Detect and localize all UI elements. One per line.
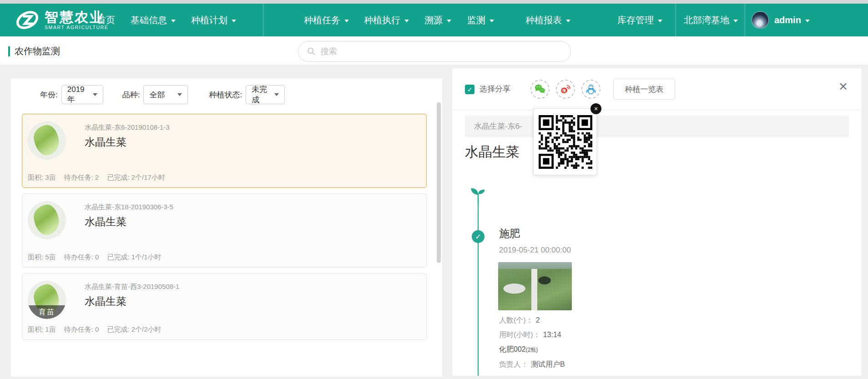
detail-title: 水晶生菜 (465, 143, 520, 162)
qr-close-button[interactable]: ✕ (590, 103, 601, 114)
search-input[interactable] (321, 47, 562, 56)
sprout-icon (469, 186, 488, 206)
qq-icon (585, 83, 597, 96)
subheader: 农作物监测 (0, 36, 868, 65)
nav-item-planting-execute[interactable]: 种植执行 (364, 4, 409, 36)
event-duration: 用时(小时)：13:14 (499, 328, 565, 342)
brand-logo-icon (15, 8, 39, 32)
share-wechat-button[interactable] (530, 80, 550, 99)
status-label: 种植状态: (209, 90, 242, 100)
chevron-down-icon (171, 20, 176, 22)
nav-divider (676, 4, 676, 36)
nav-item-monitoring[interactable]: 监测 (467, 4, 494, 36)
crop-code: 水晶生菜-育苗-西3-20190508-1 (85, 283, 179, 291)
share-checkbox[interactable]: ✓ (465, 85, 474, 94)
wechat-icon (534, 83, 546, 96)
weibo-icon (559, 83, 572, 96)
chevron-down-icon (447, 20, 451, 22)
base-selector[interactable]: 北部湾基地 (684, 4, 738, 36)
crop-card[interactable]: 水晶生菜-东18-20190306-3-5 水晶生菜 面积: 5亩 待办任务: … (22, 193, 427, 268)
planting-overview-button[interactable]: 种植一览表 (613, 79, 675, 100)
variety-label: 品种: (122, 90, 140, 100)
crop-meta: 面积: 1亩 待办任务: 0 已完成: 2个/2小时 (28, 325, 167, 334)
nav-item-planting-task[interactable]: 种植任务 (304, 4, 349, 36)
share-label: 选择分享 (479, 84, 510, 94)
nav-item-traceability[interactable]: 溯源 (424, 4, 451, 36)
chevron-down-icon (232, 20, 236, 22)
year-select[interactable]: 2019年 (61, 85, 103, 104)
share-weibo-button[interactable] (556, 80, 575, 99)
nav-divider (745, 4, 745, 36)
crop-avatar (28, 201, 66, 239)
event-details: 人数(个)：2 用时(小时)：13:14 化肥002(2瓶) 负责人：测试用户B (499, 313, 565, 372)
crop-code: 水晶生菜-东6-20190108-1-3 (85, 123, 170, 132)
event-people: 人数(个)：2 (499, 313, 565, 328)
scrollbar-thumb[interactable] (437, 102, 441, 263)
chevron-down-icon (93, 93, 97, 96)
crop-card[interactable]: 水晶生菜-东6-20190108-1-3 水晶生菜 面积: 3亩 待办任务: 2… (22, 114, 427, 188)
nav-item-inventory[interactable]: 库存管理 (617, 4, 662, 36)
nav-item-planting-plan[interactable]: 种植计划 (191, 4, 236, 36)
detail-header: ✓ 选择分享 (452, 68, 862, 110)
crop-name: 水晶生菜 (85, 135, 126, 149)
chevron-down-icon (805, 20, 810, 22)
event-photo[interactable] (498, 262, 572, 310)
year-label: 年份: (40, 90, 58, 100)
timeline-line (478, 204, 479, 376)
page-title-wrap: 农作物监测 (8, 45, 60, 57)
chevron-down-icon (177, 93, 182, 96)
event-title: 施肥 (499, 227, 520, 241)
seedling-badge: 育苗 (28, 305, 66, 319)
qr-code (539, 115, 596, 171)
crop-card[interactable]: 育苗 水晶生菜-育苗-西3-20190508-1 水晶生菜 面积: 1亩 待办任… (22, 273, 427, 340)
crop-list-panel: 年份: 2019年 品种: 全部 种植状态: 未完成 水晶生菜-东6-20190… (11, 78, 442, 377)
event-material: 化肥002(2瓶) (499, 342, 565, 357)
crop-code: 水晶生菜-东18-20190306-3-5 (85, 203, 173, 212)
search-icon (307, 46, 316, 56)
chevron-down-icon (658, 20, 662, 22)
chevron-down-icon (490, 20, 494, 22)
variety-select[interactable]: 全部 (143, 85, 188, 104)
chevron-down-icon (344, 20, 349, 22)
status-select[interactable]: 未完成 (246, 85, 285, 104)
chevron-down-icon (274, 93, 279, 96)
crop-meta: 面积: 5亩 待办任务: 0 已完成: 1个/1小时 (28, 253, 167, 262)
close-icon[interactable]: ✕ (838, 81, 848, 92)
filter-row: 年份: 2019年 品种: 全部 种植状态: 未完成 (40, 85, 285, 105)
nav-item-basic-info[interactable]: 基础信息 (131, 4, 176, 36)
event-manager: 负责人：测试用户B (499, 357, 565, 372)
crop-name: 水晶生菜 (85, 294, 126, 308)
page-title: 农作物监测 (15, 45, 60, 57)
top-strip (0, 0, 868, 4)
nav-item-home[interactable]: 首页 (97, 4, 115, 36)
event-datetime: 2019-05-21 00:00:00 (499, 246, 571, 255)
crop-name: 水晶生菜 (85, 215, 126, 229)
timeline-check-icon: ✓ (472, 230, 484, 243)
page: 智慧农业 SMART AGRICULTURE 首页 基础信息 种植计划 种植任务… (0, 0, 868, 379)
nav-item-planting-report[interactable]: 种植报表 (525, 4, 570, 36)
chevron-down-icon (566, 20, 570, 22)
chevron-down-icon (733, 20, 738, 22)
chevron-down-icon (404, 20, 409, 22)
crop-avatar: 育苗 (28, 281, 66, 319)
title-accent-bar (8, 46, 10, 56)
nav-divider (263, 4, 263, 36)
crop-avatar (28, 121, 66, 160)
header-divider (452, 110, 862, 110)
crop-code-banner: 水晶生菜-东6- (465, 116, 849, 137)
user-menu[interactable]: admin (774, 4, 810, 36)
search-box[interactable] (298, 41, 571, 62)
user-avatar[interactable] (752, 11, 769, 29)
top-navbar: 智慧农业 SMART AGRICULTURE 首页 基础信息 种植计划 种植任务… (0, 4, 868, 36)
share-qq-button[interactable] (581, 80, 601, 99)
crop-meta: 面积: 3亩 待办任务: 2 已完成: 2个/17小时 (28, 173, 171, 182)
qr-code-popup (533, 108, 597, 175)
crop-detail-panel: ✓ 选择分享 (452, 68, 862, 376)
brand-logo[interactable]: 智慧农业 SMART AGRICULTURE (15, 4, 108, 36)
